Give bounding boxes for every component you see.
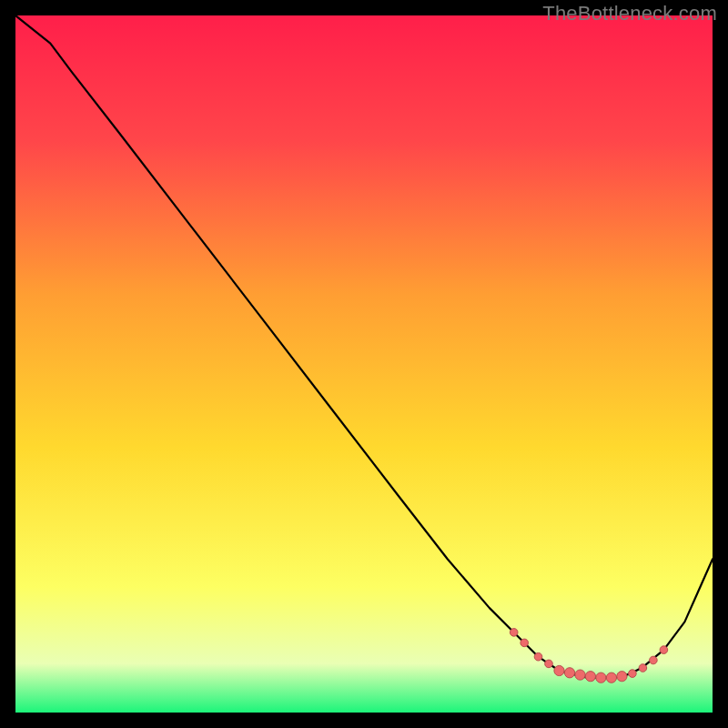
curve-marker-dot xyxy=(617,672,627,682)
curve-marker-dot xyxy=(629,670,637,678)
chart-frame: TheBottleneck.com xyxy=(0,0,728,728)
curve-marker-dot xyxy=(575,670,585,680)
curve-marker-dot xyxy=(521,639,529,647)
heatmap-background xyxy=(15,15,713,713)
curve-marker-dot xyxy=(545,660,553,668)
curve-marker-dot xyxy=(606,672,616,682)
curve-marker-dot xyxy=(596,672,606,682)
watermark-text: TheBottleneck.com xyxy=(542,2,717,25)
curve-marker-dot xyxy=(534,652,542,661)
curve-marker-dot xyxy=(660,646,668,654)
curve-marker-dot xyxy=(585,672,595,682)
curve-marker-dot xyxy=(639,664,647,672)
curve-marker-dot xyxy=(510,629,518,637)
curve-marker-dot xyxy=(564,668,574,678)
chart-svg xyxy=(15,15,713,713)
curve-marker-dot xyxy=(554,665,564,675)
curve-marker-dot xyxy=(650,656,658,664)
